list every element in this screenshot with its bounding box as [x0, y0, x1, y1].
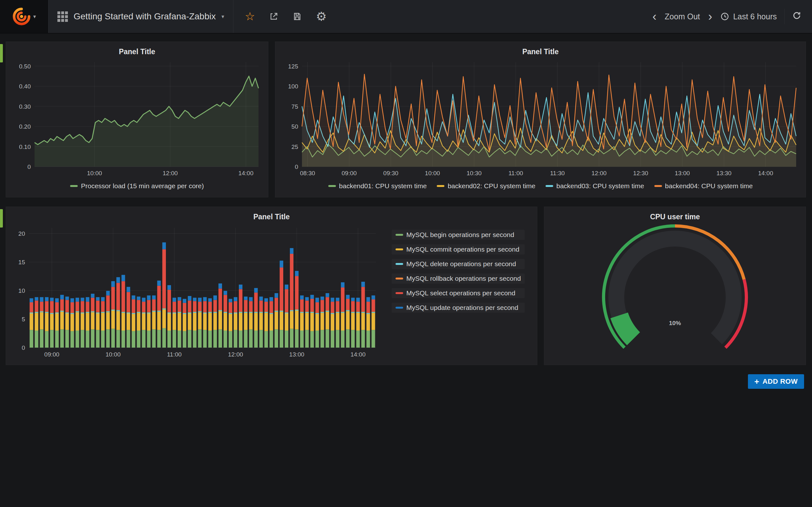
legend-marker-icon [396, 307, 403, 308]
panel-legend: Processor load (15 min average per core) [10, 178, 264, 194]
legend-marker-icon [654, 185, 662, 187]
panel-cpu-system-time: Panel Title 025507510012508:3009:0009:30… [275, 42, 806, 198]
dashboard-title-menu[interactable]: Getting Started with Grafana-Zabbix ▾ [49, 0, 233, 33]
legend-marker-icon [396, 248, 403, 250]
svg-text:14:00: 14:00 [238, 170, 253, 176]
grafana-logo-icon [12, 7, 31, 26]
svg-text:50: 50 [292, 123, 298, 130]
svg-text:0.30: 0.30 [19, 103, 31, 110]
settings-icon[interactable]: ⚙ [316, 10, 327, 22]
legend-item[interactable]: MySQL begin operations per second [392, 230, 525, 240]
svg-text:10:00: 10:00 [425, 170, 440, 176]
logo-caret-icon: ▾ [33, 13, 36, 20]
save-icon[interactable] [293, 12, 302, 21]
svg-text:5: 5 [21, 316, 25, 323]
dashboard-actions: ☆ ⚙ [234, 0, 338, 33]
legend-label: MySQL delete operations per second [406, 260, 516, 268]
add-row-label: ADD ROW [763, 377, 798, 386]
svg-text:10:30: 10:30 [467, 170, 482, 176]
panel-body: 0510152009:0010:0011:0012:0013:0014:00 M… [10, 223, 532, 360]
svg-text:10%: 10% [669, 320, 681, 326]
star-icon[interactable]: ☆ [245, 11, 255, 22]
top-navbar: ▾ Getting Started with Grafana-Zabbix ▾ … [0, 0, 812, 34]
legend-marker-icon [396, 278, 403, 279]
row-handle[interactable] [0, 209, 3, 228]
svg-text:0.50: 0.50 [19, 63, 31, 70]
svg-text:100: 100 [288, 83, 298, 90]
nav-separator [784, 9, 785, 24]
legend-item[interactable]: backend01: CPU system time [328, 182, 427, 190]
svg-text:75: 75 [292, 103, 298, 110]
legend-item[interactable]: MySQL update operations per second [392, 302, 525, 313]
legend-item[interactable]: MySQL rollback operations per second [392, 274, 525, 284]
legend-label: MySQL rollback operations per second [406, 275, 521, 282]
legend-label: Processor load (15 min average per core) [81, 182, 204, 190]
panel-legend: MySQL begin operations per secondMySQL c… [380, 223, 525, 313]
zoom-out-button[interactable]: Zoom Out [665, 12, 700, 21]
legend-label: MySQL select operations per second [406, 289, 515, 297]
svg-text:0: 0 [295, 164, 298, 170]
clock-icon [720, 12, 729, 21]
grafana-logo[interactable]: ▾ [0, 0, 48, 33]
svg-text:11:00: 11:00 [167, 351, 182, 358]
legend-item[interactable]: backend04: CPU system time [654, 182, 753, 190]
time-range-button[interactable]: Last 6 hours [720, 12, 777, 21]
processor-load-chart[interactable]: 00.100.200.300.400.5010:0012:0014:00 [10, 58, 264, 178]
cpu-user-time-gauge[interactable]: 10% [549, 223, 801, 356]
legend-marker-icon [396, 263, 403, 265]
add-row-container: + ADD ROW [6, 374, 806, 389]
dashboard-row-2: Panel Title 0510152009:0010:0011:0012:00… [6, 207, 806, 365]
panel-title[interactable]: Panel Title [10, 45, 264, 58]
legend-marker-icon [396, 292, 403, 294]
svg-text:12:00: 12:00 [592, 170, 607, 176]
svg-text:13:00: 13:00 [289, 351, 305, 358]
time-controls: ‹ Zoom Out › Last 6 hours [641, 0, 812, 33]
time-back-icon[interactable]: ‹ [652, 12, 657, 21]
svg-text:20: 20 [18, 230, 25, 237]
svg-text:08:30: 08:30 [300, 170, 315, 176]
panel-title[interactable]: CPU user time [549, 210, 801, 223]
legend-item[interactable]: backend02: CPU system time [437, 182, 536, 190]
legend-item[interactable]: MySQL delete operations per second [392, 259, 525, 269]
svg-text:14:00: 14:00 [758, 170, 773, 176]
panel-legend: backend01: CPU system timebackend02: CPU… [280, 178, 801, 194]
cpu-system-time-chart[interactable]: 025507510012508:3009:0009:3010:0010:3011… [280, 58, 801, 178]
svg-text:09:00: 09:00 [44, 351, 60, 358]
svg-text:0.10: 0.10 [19, 144, 31, 150]
panel-processor-load: Panel Title 00.100.200.300.400.5010:0012… [6, 42, 268, 198]
legend-marker-icon [396, 234, 403, 236]
legend-label: MySQL begin operations per second [406, 231, 514, 239]
svg-text:11:00: 11:00 [508, 170, 523, 176]
legend-item[interactable]: Processor load (15 min average per core) [70, 182, 204, 190]
svg-text:10:00: 10:00 [87, 170, 102, 176]
legend-label: backend01: CPU system time [339, 182, 427, 190]
svg-text:0: 0 [27, 164, 31, 170]
svg-text:10:00: 10:00 [106, 351, 121, 358]
svg-text:09:30: 09:30 [383, 170, 398, 176]
svg-text:0: 0 [21, 344, 25, 351]
dashboard: Panel Title 00.100.200.300.400.5010:0012… [0, 34, 812, 389]
refresh-icon[interactable] [792, 11, 801, 22]
dashboard-title: Getting Started with Grafana-Zabbix [73, 11, 216, 21]
panel-cpu-user-time: CPU user time 10% [544, 207, 806, 365]
svg-text:0.40: 0.40 [19, 83, 31, 90]
panel-title[interactable]: Panel Title [280, 45, 801, 58]
mysql-operations-chart[interactable]: 0510152009:0010:0011:0012:0013:0014:00 [10, 223, 380, 360]
dashboard-row-1: Panel Title 00.100.200.300.400.5010:0012… [6, 42, 806, 198]
legend-label: backend03: CPU system time [556, 182, 644, 190]
svg-text:13:00: 13:00 [675, 170, 690, 176]
legend-item[interactable]: MySQL commit operations per second [392, 244, 525, 255]
panel-title[interactable]: Panel Title [10, 210, 532, 223]
legend-item[interactable]: backend03: CPU system time [546, 182, 644, 190]
time-forward-icon[interactable]: › [708, 12, 713, 21]
plus-icon: + [754, 377, 759, 386]
panel-mysql-operations: Panel Title 0510152009:0010:0011:0012:00… [6, 207, 537, 365]
legend-item[interactable]: MySQL select operations per second [392, 288, 525, 298]
add-row-button[interactable]: + ADD ROW [748, 374, 804, 389]
row-handle[interactable] [0, 44, 3, 62]
dashboard-grid-icon [57, 11, 68, 22]
legend-label: MySQL commit operations per second [406, 245, 519, 253]
share-icon[interactable] [269, 12, 278, 21]
legend-label: backend04: CPU system time [665, 182, 753, 190]
svg-text:12:00: 12:00 [163, 170, 178, 176]
